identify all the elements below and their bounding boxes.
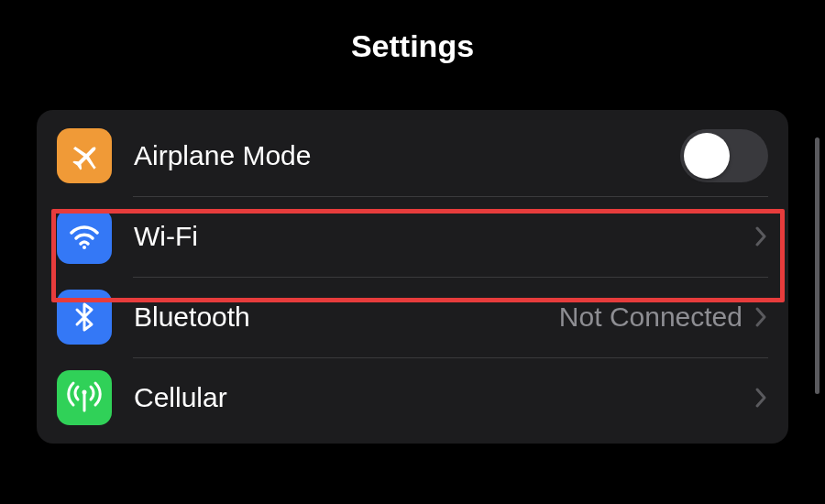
scrollbar[interactable] [815,137,820,394]
row-airplane-mode[interactable]: Airplane Mode [37,115,788,196]
row-label: Bluetooth [134,301,559,333]
svg-point-0 [82,246,86,249]
page-title: Settings [351,28,474,64]
chevron-right-icon [754,305,768,329]
toggle-knob [684,133,730,179]
airplane-toggle[interactable] [680,129,768,182]
row-label: Cellular [134,382,754,413]
header: Settings [0,0,825,92]
row-cellular[interactable]: Cellular [37,357,788,438]
chevron-right-icon [754,225,768,248]
wifi-icon [57,209,112,264]
row-value: Not Connected [559,301,742,333]
svg-point-2 [82,390,87,395]
chevron-right-icon [754,386,768,410]
row-label: Wi-Fi [134,221,754,252]
row-bluetooth[interactable]: Bluetooth Not Connected [37,277,788,357]
row-wifi[interactable]: Wi-Fi [37,196,788,277]
airplane-icon [57,128,112,183]
settings-group: Airplane Mode Wi-Fi Bluetooth Not Connec… [37,110,788,444]
cellular-icon [57,370,112,425]
bluetooth-icon [57,290,112,345]
row-label: Airplane Mode [134,140,680,171]
